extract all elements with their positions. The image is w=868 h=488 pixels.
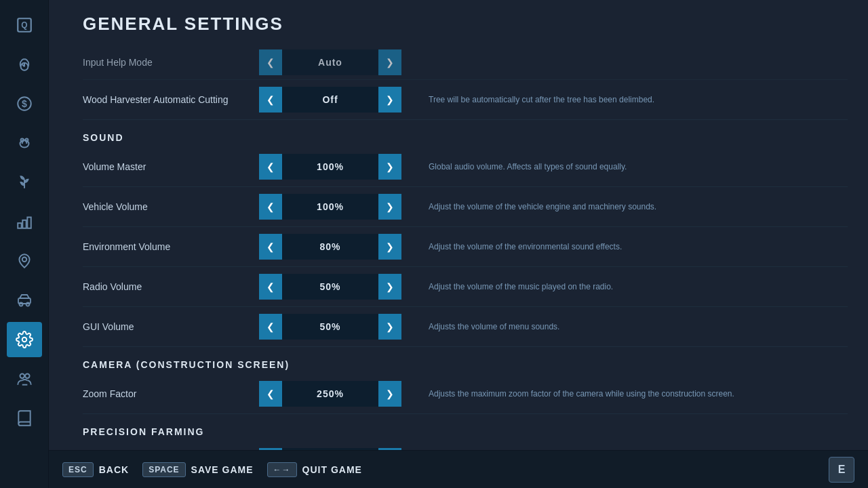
svg-point-19 xyxy=(25,373,30,378)
setting-label-2: Volume Master xyxy=(83,161,259,172)
setting-inc-btn-8[interactable]: ❯ xyxy=(378,381,401,407)
setting-row-volume-master: Volume Master ❮ 100% ❯ Global audio volu… xyxy=(83,147,848,187)
svg-rect-11 xyxy=(22,220,26,228)
arrow-key-badge: ←→ xyxy=(267,462,297,477)
section-header-precision: PRECISION FARMING xyxy=(83,414,848,441)
setting-dec-btn-3[interactable]: ❮ xyxy=(259,194,282,220)
space-key-badge: SPACE xyxy=(142,462,185,477)
sidebar-item-vehicles[interactable] xyxy=(7,283,42,318)
setting-label-6: GUI Volume xyxy=(83,321,259,332)
page-title: GENERAL SETTINGS xyxy=(49,14,868,45)
sidebar-item-crops[interactable] xyxy=(7,165,42,200)
partial-inc-btn[interactable]: ❯ xyxy=(378,49,401,75)
setting-dec-btn-8[interactable]: ❮ xyxy=(259,381,282,407)
setting-label-8: Zoom Factor xyxy=(83,388,259,399)
partial-dec-btn[interactable]: ❮ xyxy=(259,49,282,75)
setting-desc-0: Tree will be automatically cut after the… xyxy=(401,94,848,106)
setting-desc-5: Adjust the volume of the music played on… xyxy=(401,281,848,293)
setting-dec-btn-5[interactable]: ❮ xyxy=(259,274,282,300)
setting-dec-btn-6[interactable]: ❮ xyxy=(259,314,282,340)
setting-value-4: 80% xyxy=(282,234,378,260)
setting-row-vehicle-volume: Vehicle Volume ❮ 100% ❯ Adjust the volum… xyxy=(83,187,848,227)
setting-dec-btn-2[interactable]: ❮ xyxy=(259,154,282,180)
sidebar-item-q[interactable]: Q xyxy=(7,7,42,43)
sidebar-item-map[interactable] xyxy=(7,243,42,279)
setting-label-3: Vehicle Volume xyxy=(83,201,259,212)
setting-inc-btn-4[interactable]: ❯ xyxy=(378,234,401,260)
setting-desc-6: Adjusts the volume of menu sounds. xyxy=(401,321,848,333)
setting-control-2: ❮ 100% ❯ xyxy=(259,154,401,180)
svg-rect-12 xyxy=(27,218,31,228)
sidebar-item-economy[interactable]: $ xyxy=(7,86,42,121)
partial-label: Input Help Mode xyxy=(83,57,259,68)
quit-game-button[interactable]: ←→ QUIT GAME xyxy=(267,462,362,477)
setting-label-5: Radio Volume xyxy=(83,281,259,292)
setting-inc-btn-6[interactable]: ❯ xyxy=(378,314,401,340)
setting-row-zoom: Zoom Factor ❮ 250% ❯ Adjusts the maximum… xyxy=(83,374,848,414)
sidebar-item-multiplayer[interactable] xyxy=(7,361,42,396)
setting-value-3: 100% xyxy=(282,194,378,220)
setting-row-help-window: Help Window Always Active ❮ On ❯ Defines… xyxy=(83,441,848,450)
partial-value: Auto xyxy=(282,49,378,75)
bottom-bar: ESC BACK SPACE SAVE GAME ←→ QUIT GAME E xyxy=(49,450,868,488)
sidebar-item-farm[interactable] xyxy=(7,47,42,82)
setting-desc-8: Adjusts the maximum zoom factor of the c… xyxy=(401,388,848,400)
sidebar-item-animals[interactable] xyxy=(7,125,42,161)
setting-inc-btn-2[interactable]: ❯ xyxy=(378,154,401,180)
svg-point-18 xyxy=(20,373,24,378)
svg-rect-10 xyxy=(18,223,21,228)
back-label: BACK xyxy=(99,464,129,475)
setting-value-0: Off xyxy=(282,87,378,113)
setting-control-5: ❮ 50% ❯ xyxy=(259,274,401,300)
setting-value-2: 100% xyxy=(282,154,378,180)
setting-control-4: ❮ 80% ❯ xyxy=(259,234,401,260)
svg-point-13 xyxy=(22,258,26,262)
setting-row-wood-harvester: Wood Harvester Automatic Cutting ❮ Off ❯… xyxy=(83,80,848,120)
partial-control: ❮ Auto ❯ xyxy=(259,49,401,75)
sidebar: Q $ xyxy=(0,0,49,488)
setting-desc-2: Global audio volume. Affects all types o… xyxy=(401,161,848,173)
setting-row-gui-volume: GUI Volume ❮ 50% ❯ Adjusts the volume of… xyxy=(83,307,848,347)
back-button[interactable]: ESC BACK xyxy=(62,462,129,477)
partial-setting-row: Input Help Mode ❮ Auto ❯ xyxy=(83,45,848,80)
setting-value-8: 250% xyxy=(282,381,378,407)
svg-point-16 xyxy=(26,303,29,306)
setting-value-6: 50% xyxy=(282,314,378,340)
quit-game-label: QUIT GAME xyxy=(302,464,362,475)
esc-key-badge: ESC xyxy=(62,462,94,477)
setting-desc-3: Adjust the volume of the vehicle engine … xyxy=(401,201,848,213)
setting-inc-btn-3[interactable]: ❯ xyxy=(378,194,401,220)
section-header-sound: SOUND xyxy=(83,120,848,147)
save-game-label: SAVE GAME xyxy=(191,464,254,475)
setting-control-3: ❮ 100% ❯ xyxy=(259,194,401,220)
svg-point-17 xyxy=(22,338,26,342)
settings-list: Input Help Mode ❮ Auto ❯ Wood Harvester … xyxy=(49,45,868,450)
setting-control-6: ❮ 50% ❯ xyxy=(259,314,401,340)
svg-point-15 xyxy=(19,303,22,306)
setting-inc-btn-5[interactable]: ❯ xyxy=(378,274,401,300)
sidebar-item-settings[interactable] xyxy=(7,322,42,357)
save-game-button[interactable]: SPACE SAVE GAME xyxy=(142,462,253,477)
sidebar-item-help[interactable] xyxy=(7,401,42,436)
setting-label-0: Wood Harvester Automatic Cutting xyxy=(83,94,259,105)
setting-dec-btn-4[interactable]: ❮ xyxy=(259,234,282,260)
setting-control-8: ❮ 250% ❯ xyxy=(259,381,401,407)
svg-text:Q: Q xyxy=(21,20,27,30)
setting-inc-btn-0[interactable]: ❯ xyxy=(378,87,401,113)
setting-desc-4: Adjust the volume of the environmental s… xyxy=(401,241,848,253)
setting-row-radio-volume: Radio Volume ❮ 50% ❯ Adjust the volume o… xyxy=(83,267,848,307)
e-key-badge[interactable]: E xyxy=(829,457,854,483)
svg-text:$: $ xyxy=(22,98,27,109)
setting-control-0: ❮ Off ❯ xyxy=(259,87,401,113)
sidebar-item-production[interactable] xyxy=(7,204,42,239)
setting-row-env-volume: Environment Volume ❮ 80% ❯ Adjust the vo… xyxy=(83,227,848,267)
setting-value-5: 50% xyxy=(282,274,378,300)
section-header-camera: CAMERA (CONSTRUCTION SCREEN) xyxy=(83,347,848,374)
setting-label-4: Environment Volume xyxy=(83,241,259,252)
main-content: GENERAL SETTINGS Input Help Mode ❮ Auto … xyxy=(49,0,868,488)
setting-dec-btn-0[interactable]: ❮ xyxy=(259,87,282,113)
